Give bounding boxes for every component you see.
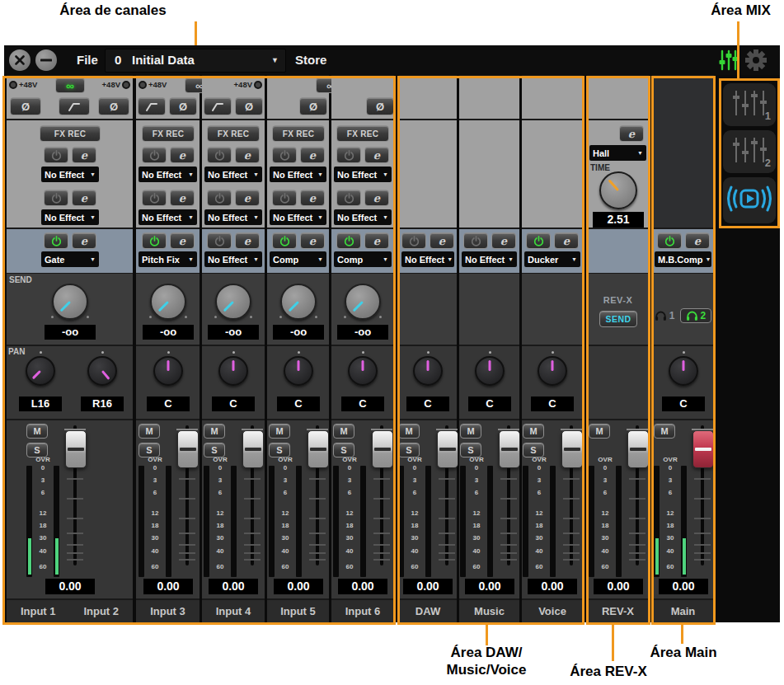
phase-button[interactable]: Ø — [299, 97, 327, 115]
minimize-button[interactable] — [35, 49, 57, 71]
fader-handle[interactable] — [499, 430, 520, 468]
effect-edit-button[interactable]: e — [170, 232, 195, 249]
mute-button[interactable]: M — [138, 424, 160, 439]
pan-knob[interactable] — [26, 356, 55, 386]
headphone-1-button[interactable]: 1 — [655, 310, 675, 321]
effect-power-button[interactable] — [207, 147, 232, 163]
effect-power-button[interactable] — [401, 232, 426, 249]
channel-strip-effect-select[interactable]: Ducker▼ — [524, 251, 580, 267]
fx-rec-button[interactable]: FX REC — [207, 125, 260, 142]
phase-button[interactable]: Ø — [10, 97, 41, 115]
fx-slot-1-select[interactable]: No Effect▼ — [270, 167, 326, 182]
effect-edit-button[interactable]: e — [235, 147, 260, 163]
effect-edit-button[interactable]: e — [235, 190, 260, 206]
fader-handle[interactable] — [627, 430, 649, 468]
effect-edit-button[interactable]: e — [430, 232, 454, 249]
fx-slot-1-select[interactable]: No Effect▼ — [334, 167, 392, 182]
effect-power-button[interactable] — [463, 232, 488, 249]
fader-handle[interactable] — [242, 430, 264, 468]
revx-send-button[interactable]: SEND — [599, 311, 637, 327]
effect-power-button[interactable] — [336, 232, 361, 249]
store-button[interactable]: Store — [295, 45, 326, 75]
mute-button[interactable]: M — [204, 424, 225, 439]
effect-edit-button[interactable]: e — [364, 190, 389, 206]
effect-edit-button[interactable]: e — [170, 147, 195, 163]
close-button[interactable] — [9, 49, 31, 71]
fx-rec-button[interactable]: FX REC — [142, 125, 195, 142]
effect-power-button[interactable] — [142, 147, 167, 163]
fx-slot-1-select[interactable]: No Effect▼ — [138, 167, 197, 182]
effect-power-button[interactable] — [44, 190, 68, 206]
effect-power-button[interactable] — [44, 232, 68, 249]
channel-strip-effect-select[interactable]: No Effect▼ — [401, 251, 454, 267]
pan-knob[interactable] — [538, 356, 567, 386]
reverb-type-select[interactable]: Hall▼ — [589, 145, 646, 161]
stereo-link-button[interactable]: ∞ — [55, 77, 85, 93]
hpf-button[interactable] — [138, 97, 166, 115]
send-knob[interactable] — [150, 284, 186, 320]
hpf-button[interactable] — [204, 97, 232, 115]
reverb-edit-button[interactable]: e — [619, 125, 644, 142]
send-knob[interactable] — [280, 284, 317, 320]
fader-handle[interactable] — [692, 430, 714, 468]
pan-knob[interactable] — [284, 356, 313, 386]
mute-button[interactable]: M — [589, 424, 610, 439]
effect-edit-button[interactable]: e — [300, 147, 325, 163]
headphone-2-button[interactable]: 2 — [680, 308, 712, 323]
effect-edit-button[interactable]: e — [72, 190, 96, 206]
mute-button[interactable]: M — [398, 424, 420, 439]
effect-power-button[interactable] — [44, 147, 68, 163]
fx-slot-1-select[interactable]: No Effect▼ — [41, 167, 99, 182]
effect-edit-button[interactable]: e — [300, 232, 325, 249]
phase-button[interactable]: Ø — [98, 97, 129, 115]
effect-edit-button[interactable]: e — [300, 190, 325, 206]
phase-button[interactable]: Ø — [366, 97, 394, 115]
mixer-icon[interactable] — [718, 49, 739, 74]
mute-button[interactable]: M — [523, 424, 544, 439]
fx-slot-2-select[interactable]: No Effect▼ — [270, 209, 326, 225]
fx-slot-2-select[interactable]: No Effect▼ — [41, 209, 99, 225]
mute-button[interactable]: M — [26, 424, 48, 439]
mix-2-button[interactable]: 2 — [723, 130, 776, 173]
send-knob[interactable] — [345, 284, 381, 320]
fx-slot-2-select[interactable]: No Effect▼ — [334, 209, 392, 225]
pan-knob[interactable] — [475, 356, 505, 386]
fader-handle[interactable] — [561, 430, 583, 468]
effect-power-button[interactable] — [207, 232, 232, 249]
fx-rec-button[interactable]: FX REC — [40, 125, 101, 142]
settings-gear-icon[interactable] — [744, 49, 768, 75]
effect-edit-button[interactable]: e — [72, 147, 96, 163]
preset-select[interactable]: 0 Initial Data ▼ — [105, 49, 286, 73]
fx-slot-2-select[interactable]: No Effect▼ — [204, 209, 262, 225]
reverb-time-knob[interactable] — [599, 171, 637, 209]
mix-1-button[interactable]: 1 — [723, 83, 776, 126]
effect-power-button[interactable] — [526, 232, 551, 249]
effect-power-button[interactable] — [336, 147, 361, 163]
effect-edit-button[interactable]: e — [554, 232, 579, 249]
pan-knob[interactable] — [413, 356, 443, 386]
effect-power-button[interactable] — [336, 190, 361, 206]
effect-edit-button[interactable]: e — [235, 232, 260, 249]
effect-power-button[interactable] — [207, 190, 232, 206]
mute-button[interactable]: M — [333, 424, 354, 439]
effect-edit-button[interactable]: e — [364, 147, 389, 163]
send-knob[interactable] — [215, 284, 251, 320]
effect-power-button[interactable] — [272, 232, 297, 249]
phase-button[interactable]: Ø — [169, 97, 197, 115]
effect-edit-button[interactable]: e — [72, 232, 96, 249]
effect-power-button[interactable] — [272, 190, 297, 206]
mute-button[interactable]: M — [460, 424, 481, 439]
send-knob[interactable] — [52, 284, 88, 320]
fader-handle[interactable] — [307, 430, 329, 468]
mute-button[interactable]: M — [654, 424, 675, 439]
mute-button[interactable]: M — [269, 424, 290, 439]
effect-power-button[interactable] — [142, 190, 167, 206]
fx-slot-2-select[interactable]: No Effect▼ — [138, 209, 197, 225]
pan-knob[interactable] — [669, 356, 698, 386]
fader-handle[interactable] — [65, 430, 87, 468]
fx-rec-button[interactable]: FX REC — [272, 125, 325, 142]
channel-strip-effect-select[interactable]: Comp▼ — [270, 251, 326, 267]
fader-handle[interactable] — [437, 430, 458, 468]
effect-edit-button[interactable]: e — [685, 232, 710, 249]
channel-strip-effect-select[interactable]: Gate▼ — [41, 251, 99, 267]
